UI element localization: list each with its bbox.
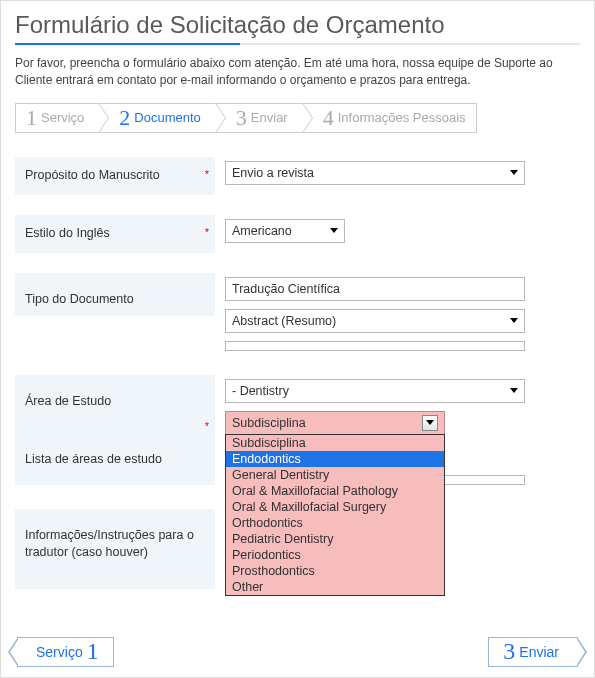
- subdiscipline-option[interactable]: Oral & Maxillofacial Pathology: [226, 483, 444, 499]
- subdiscipline-option[interactable]: Pediatric Dentistry: [226, 531, 444, 547]
- prev-number: 1: [87, 638, 99, 665]
- row-purpose: Propósito do Manuscrito * Envio a revist…: [15, 147, 580, 205]
- doctype-text1[interactable]: Tradução Científica: [225, 277, 525, 301]
- doctype-text2[interactable]: [225, 341, 525, 351]
- step-informacoes[interactable]: 4 Informações Pessoais: [302, 103, 477, 133]
- subdiscipline-option[interactable]: Subdisciplina: [226, 435, 444, 451]
- label-text: Informações/Instruções para o tradutor (…: [25, 527, 205, 562]
- label-text: Área de Estudo: [25, 393, 111, 411]
- step-documento[interactable]: 2 Documento: [98, 103, 214, 133]
- study-select[interactable]: - Dentistry: [225, 379, 525, 403]
- chevron-down-icon: [510, 170, 518, 175]
- select-value: Envio a revista: [232, 166, 504, 180]
- subdiscipline-option[interactable]: Endodontics: [226, 451, 444, 467]
- label-studylist: Lista de áreas de estudo: [25, 451, 162, 469]
- step-number: 1: [26, 107, 37, 129]
- row-doctype: Tipo do Documento Tradução Científica Ab…: [15, 263, 580, 365]
- step-servico[interactable]: 1 Serviço: [15, 103, 98, 133]
- step-breadcrumb: 1 Serviço 2 Documento 3 Enviar 4 Informa…: [15, 103, 580, 133]
- label-text: Estilo do Inglês: [25, 225, 110, 243]
- row-english: Estilo do Inglês * Americano: [15, 205, 580, 263]
- next-label: Enviar: [519, 644, 559, 660]
- select-value: Abstract (Resumo): [232, 314, 504, 328]
- subdiscipline-option[interactable]: Prosthodontics: [226, 563, 444, 579]
- chevron-down-icon: [510, 318, 518, 323]
- prev-label: Serviço: [36, 644, 83, 660]
- label-study: Área de Estudo * Lista de áreas de estud…: [15, 375, 215, 485]
- label-doctype: Tipo do Documento: [15, 273, 215, 317]
- subdiscipline-option[interactable]: Orthodontics: [226, 515, 444, 531]
- select-value: - Dentistry: [232, 384, 504, 398]
- subdiscipline-option[interactable]: Periodontics: [226, 547, 444, 563]
- title-underline: [15, 43, 580, 45]
- chevron-down-icon: [510, 388, 518, 393]
- purpose-select[interactable]: Envio a revista: [225, 161, 525, 185]
- step-number: 3: [236, 107, 247, 129]
- label-english: Estilo do Inglês *: [15, 215, 215, 253]
- subdiscipline-wrap: Subdisciplina SubdisciplinaEndodonticsGe…: [225, 411, 570, 435]
- chevron-down-icon: [330, 228, 338, 233]
- next-button[interactable]: 3 Enviar: [488, 637, 578, 667]
- step-label: Enviar: [251, 110, 288, 125]
- required-marker: *: [205, 167, 209, 182]
- subdiscipline-select[interactable]: Subdisciplina: [225, 411, 445, 435]
- doctype-select[interactable]: Abstract (Resumo): [225, 309, 525, 333]
- select-value: Subdisciplina: [232, 416, 306, 430]
- form-area: Propósito do Manuscrito * Envio a revist…: [15, 147, 580, 599]
- label-instructions: Informações/Instruções para o tradutor (…: [15, 509, 215, 589]
- subdiscipline-option[interactable]: Oral & Maxillofacial Surgery: [226, 499, 444, 515]
- footer-nav: Serviço 1 3 Enviar: [15, 637, 580, 673]
- label-text: Tipo do Documento: [25, 291, 134, 309]
- step-number: 4: [323, 107, 334, 129]
- label-purpose: Propósito do Manuscrito *: [15, 157, 215, 195]
- row-study: Área de Estudo * Lista de áreas de estud…: [15, 365, 580, 499]
- step-enviar[interactable]: 3 Enviar: [215, 103, 302, 133]
- required-marker: *: [205, 419, 209, 434]
- subdiscipline-option[interactable]: Other: [226, 579, 444, 595]
- subdiscipline-option[interactable]: General Dentistry: [226, 467, 444, 483]
- page-title: Formulário de Solicitação de Orçamento: [15, 11, 580, 39]
- label-text: Propósito do Manuscrito: [25, 167, 160, 185]
- step-number: 2: [119, 107, 130, 129]
- prev-button[interactable]: Serviço 1: [17, 637, 114, 667]
- subdiscipline-options[interactable]: SubdisciplinaEndodonticsGeneral Dentistr…: [225, 434, 445, 596]
- step-label: Serviço: [41, 110, 84, 125]
- intro-text: Por favor, preencha o formulário abaixo …: [15, 55, 580, 89]
- select-value: Americano: [232, 224, 324, 238]
- english-select[interactable]: Americano: [225, 219, 345, 243]
- next-number: 3: [503, 638, 515, 665]
- step-label: Informações Pessoais: [338, 110, 466, 125]
- step-label: Documento: [134, 110, 200, 125]
- input-value: Tradução Científica: [232, 282, 340, 296]
- required-marker: *: [205, 225, 209, 240]
- dropdown-button-icon: [422, 415, 438, 431]
